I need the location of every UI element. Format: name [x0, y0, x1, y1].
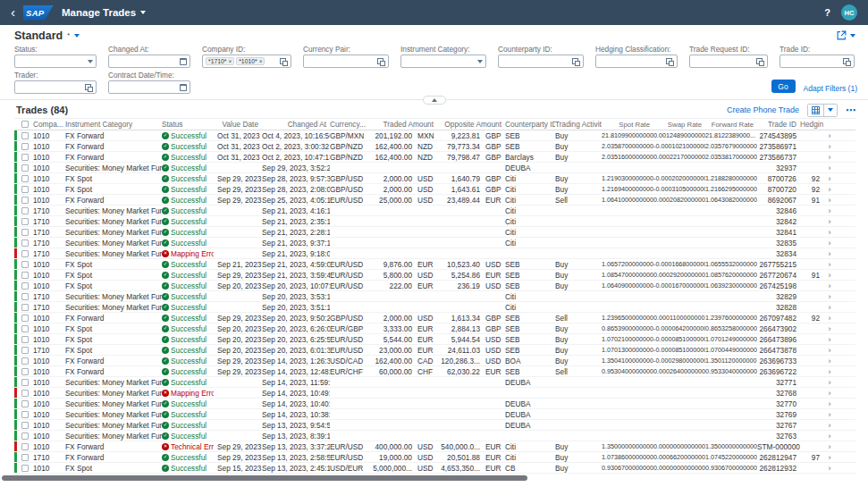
table-row[interactable]: 1010FX Forward✓SuccessfulSep 29, 2023Sep…	[14, 366, 855, 377]
col-trading-activity[interactable]: Trading Activity	[555, 120, 602, 129]
row-nav-chevron-icon[interactable]: ›	[823, 185, 836, 194]
row-checkbox[interactable]	[17, 250, 33, 257]
row-checkbox[interactable]	[17, 336, 33, 343]
value-help-icon[interactable]	[756, 58, 763, 64]
row-checkbox[interactable]	[17, 154, 33, 161]
row-checkbox[interactable]	[17, 143, 33, 150]
table-row[interactable]: 1010FX Forward✓SuccessfulSep 29, 2023Sep…	[14, 195, 855, 206]
row-nav-chevron-icon[interactable]: ›	[823, 164, 836, 172]
filter-collapse-button[interactable]	[423, 96, 446, 105]
col-trade-id[interactable]: Trade ID	[757, 120, 800, 129]
company-id-filter-input[interactable]: *1710* × *1010* ×	[202, 55, 291, 68]
row-checkbox[interactable]	[17, 379, 33, 386]
row-checkbox[interactable]	[17, 164, 33, 172]
row-nav-chevron-icon[interactable]: ›	[823, 389, 836, 398]
row-nav-chevron-icon[interactable]: ›	[823, 410, 836, 419]
row-checkbox[interactable]	[17, 368, 33, 375]
table-row[interactable]: 1010FX Spot✓SuccessfulSep 29, 2023Sep 21…	[14, 270, 855, 281]
col-value-date[interactable]: Value Date	[217, 120, 262, 129]
row-checkbox[interactable]	[17, 347, 33, 354]
row-nav-chevron-icon[interactable]: ›	[823, 228, 836, 237]
value-help-icon[interactable]	[280, 58, 286, 64]
table-row[interactable]: 1010FX Forward✓SuccessfulOct 31, 2023Oct…	[14, 130, 855, 141]
table-row[interactable]: 1010FX Spot✓SuccessfulSep 20, 2023Sep 20…	[14, 281, 855, 291]
col-spot-rate[interactable]: Spot Rate	[602, 121, 653, 129]
row-nav-chevron-icon[interactable]: ›	[823, 142, 836, 151]
row-checkbox[interactable]	[17, 229, 33, 236]
row-nav-chevron-icon[interactable]: ›	[823, 174, 836, 183]
trade-request-id-filter-input[interactable]	[689, 55, 768, 68]
value-help-icon[interactable]	[85, 84, 91, 90]
row-checkbox[interactable]	[17, 325, 33, 332]
row-checkbox[interactable]	[17, 390, 33, 397]
table-row[interactable]: 1010Securities: Money Market Fund✓Succes…	[14, 377, 855, 388]
row-nav-chevron-icon[interactable]: ›	[823, 281, 836, 290]
row-checkbox[interactable]	[17, 207, 33, 214]
variant-title[interactable]: Standard	[14, 29, 63, 42]
row-nav-chevron-icon[interactable]: ›	[823, 346, 836, 355]
share-chevron-down-icon[interactable]	[850, 34, 855, 38]
currency-pair-filter-input[interactable]	[303, 55, 389, 68]
table-row[interactable]: 1010Securities: Money Market Fund✓Succes…	[14, 399, 855, 409]
select-all-checkbox[interactable]	[17, 121, 33, 128]
table-row[interactable]: 1010FX Spot✓SuccessfulSep 29, 2023Sep 28…	[14, 184, 855, 195]
table-row[interactable]: 1710Securities: Money Market Fund✓Succes…	[14, 302, 855, 313]
overflow-menu-icon[interactable]: ⋯	[846, 105, 855, 115]
col-changed-at[interactable]: Changed At	[262, 120, 330, 129]
row-nav-chevron-icon[interactable]: ›	[823, 367, 836, 376]
col-currency-pair[interactable]: Currency...	[330, 120, 367, 129]
contract-datetime-filter-input[interactable]	[108, 80, 190, 94]
table-row[interactable]: 1010FX Spot✓SuccessfulSep 15, 2023Sep 13…	[14, 463, 855, 474]
row-checkbox[interactable]	[17, 197, 33, 204]
status-filter-input[interactable]	[14, 55, 97, 68]
table-row[interactable]: 1010Securities: Money Market Fund✓Succes…	[14, 163, 855, 173]
row-nav-chevron-icon[interactable]: ›	[823, 217, 836, 226]
row-nav-chevron-icon[interactable]: ›	[823, 432, 836, 441]
date-picker-icon[interactable]	[180, 58, 187, 65]
table-row[interactable]: 1710Securities: Money Market Fund✓Succes…	[14, 227, 855, 238]
row-nav-chevron-icon[interactable]: ›	[823, 378, 836, 387]
chevron-down-icon[interactable]	[88, 60, 93, 63]
table-row[interactable]: 1710Securities: Money Market Fund✓Succes…	[14, 238, 855, 248]
hedging-classification-filter-input[interactable]	[595, 55, 678, 68]
row-checkbox[interactable]	[17, 411, 33, 418]
col-status[interactable]: Status	[162, 120, 217, 129]
row-checkbox[interactable]	[17, 400, 33, 407]
share-icon[interactable]	[837, 30, 847, 40]
row-checkbox[interactable]	[17, 293, 33, 300]
row-nav-chevron-icon[interactable]: ›	[823, 453, 836, 462]
table-row[interactable]: 1010Securities: Money Market Fund✓Succes…	[14, 420, 855, 431]
token-remove-icon[interactable]: ×	[228, 58, 232, 64]
table-row[interactable]: 1010FX Forward✓SuccessfulSep 29, 2023Sep…	[14, 356, 855, 366]
row-nav-chevron-icon[interactable]: ›	[823, 206, 836, 215]
table-row[interactable]: 1010Securities: Money Market Fund✓Succes…	[14, 431, 855, 441]
row-checkbox[interactable]	[17, 443, 33, 450]
date-picker-icon[interactable]	[180, 84, 187, 91]
export-menu-button[interactable]	[823, 105, 837, 116]
table-row[interactable]: 1710Securities: Money Market Fund✕Mappin…	[14, 248, 855, 259]
trade-id-filter-input[interactable]	[780, 55, 855, 68]
row-checkbox[interactable]	[17, 304, 33, 311]
table-row[interactable]: 1010FX Spot✓SuccessfulSep 29, 2023Sep 28…	[14, 173, 855, 184]
horizontal-scrollbar-thumb[interactable]	[2, 475, 527, 481]
value-help-icon[interactable]	[572, 58, 578, 64]
token-remove-icon[interactable]: ×	[259, 58, 263, 64]
row-nav-chevron-icon[interactable]: ›	[823, 249, 836, 258]
row-checkbox[interactable]	[17, 272, 33, 279]
row-checkbox[interactable]	[17, 454, 33, 461]
row-nav-chevron-icon[interactable]: ›	[823, 357, 836, 365]
row-nav-chevron-icon[interactable]: ›	[823, 335, 836, 344]
value-help-icon[interactable]	[377, 58, 383, 64]
col-opposite-amount[interactable]: Opposite Amount	[437, 120, 505, 129]
row-checkbox[interactable]	[17, 422, 33, 429]
table-row[interactable]: 1710FX Forward✓SuccessfulSep 29, 2023Sep…	[14, 452, 855, 463]
table-row[interactable]: 1010FX Spot✓SuccessfulSep 20, 2023Sep 20…	[14, 334, 855, 345]
chevron-down-icon[interactable]	[477, 60, 483, 63]
row-checkbox[interactable]	[17, 261, 33, 268]
table-row[interactable]: 1010Securities: Money Market Fund✓Succes…	[14, 409, 855, 420]
col-instrument-category[interactable]: Instrument Category	[65, 120, 162, 129]
row-checkbox[interactable]	[17, 432, 33, 440]
col-traded-amount[interactable]: Traded Amount	[367, 120, 437, 129]
changed-at-filter-input[interactable]	[108, 55, 190, 68]
table-row[interactable]: 1010FX Spot✓SuccessfulSep 20, 2023Sep 20…	[14, 323, 855, 334]
